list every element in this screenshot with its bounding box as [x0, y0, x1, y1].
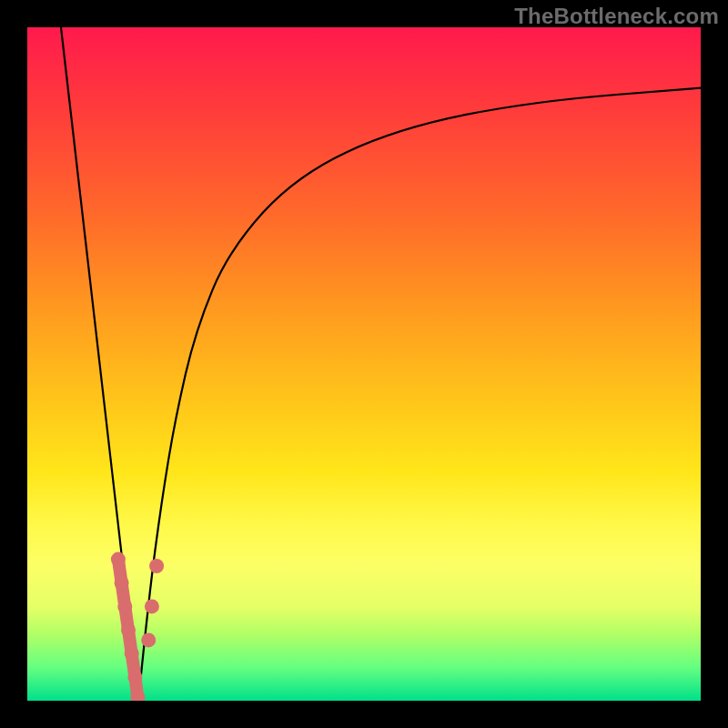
marker-pink-marker-left-3	[121, 622, 136, 637]
marker-pink-marker-left-2	[117, 599, 132, 613]
marker-pink-marker-left-0	[111, 552, 126, 567]
marker-pink-marker-right-dots-1	[145, 599, 159, 613]
chart-svg	[27, 27, 701, 701]
curve-layer	[61, 27, 701, 701]
plot-area	[27, 27, 701, 701]
marker-pink-marker-left-4	[125, 646, 139, 661]
chart-frame: TheBottleneck.com	[0, 0, 728, 728]
marker-layer	[111, 552, 164, 701]
marker-pink-marker-right-dots-0	[141, 632, 156, 647]
marker-pink-marker-right-dots-2	[149, 559, 164, 573]
marker-pink-marker-left-1	[115, 576, 129, 591]
marker-pink-marker-left-5	[127, 670, 142, 684]
series-right-branch	[138, 88, 701, 701]
watermark-text: TheBottleneck.com	[514, 4, 719, 29]
